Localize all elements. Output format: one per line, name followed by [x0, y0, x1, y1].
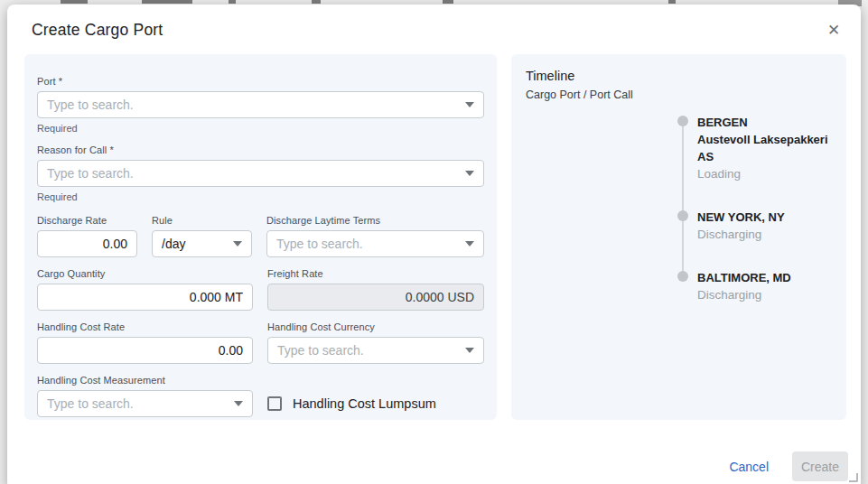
handling-cost-measurement-field-group: Handling Cost Measurement Type to search…	[37, 375, 253, 417]
handling-cost-lumpsum-group: Handling Cost Lumpsum	[267, 375, 484, 417]
background-page-fragment	[61, 0, 88, 4]
chevron-down-icon	[234, 401, 243, 406]
discharge-rate-label: Discharge Rate	[37, 215, 137, 226]
cancel-button[interactable]: Cancel	[718, 452, 779, 481]
rule-select[interactable]: /day	[152, 230, 252, 257]
timeline-port-name: BERGEN	[697, 114, 833, 131]
background-page-fragment	[229, 0, 236, 4]
resize-handle[interactable]	[849, 473, 858, 482]
handling-cost-currency-placeholder: Type to search.	[277, 343, 364, 358]
handling-cost-lumpsum-checkbox[interactable]	[267, 396, 282, 411]
discharge-laytime-terms-label: Discharge Laytime Terms	[266, 215, 484, 226]
port-label: Port *	[37, 76, 484, 87]
timeline-dot-icon	[677, 210, 688, 221]
timeline-activity: Discharging	[697, 226, 785, 243]
background-page-fragment	[668, 0, 676, 4]
rule-field-group: Rule /day	[152, 215, 252, 257]
reason-for-call-label: Reason for Call *	[37, 144, 484, 155]
handling-cost-measurement-select[interactable]: Type to search.	[37, 390, 253, 417]
freight-rate-field-group: Freight Rate	[267, 268, 484, 311]
create-button[interactable]: Create	[792, 451, 848, 481]
background-page-fragment	[312, 0, 321, 4]
dialog-header: Create Cargo Port	[32, 21, 163, 40]
freight-rate-input	[267, 284, 484, 311]
timeline-entry: BALTIMORE, MD Discharging	[677, 269, 833, 303]
discharge-laytime-terms-placeholder: Type to search.	[276, 237, 363, 251]
create-cargo-port-dialog: Create Cargo Port ✕ Port * Type to searc…	[7, 5, 861, 484]
port-placeholder: Type to search.	[47, 98, 134, 112]
reason-for-call-field-group: Reason for Call * Type to search. Requir…	[37, 144, 484, 202]
timeline-dot-icon	[677, 271, 688, 282]
port-field-group: Port * Type to search. Required	[37, 76, 484, 134]
dialog-title: Create Cargo Port	[32, 21, 163, 39]
timeline-activity: Loading	[697, 165, 833, 182]
cargo-port-form-panel: Port * Type to search. Required Reason f…	[24, 54, 497, 420]
handling-cost-currency-select[interactable]: Type to search.	[267, 337, 484, 364]
dialog-footer: Cancel Create	[718, 451, 848, 481]
cargo-quantity-input[interactable]	[37, 284, 253, 311]
discharge-rate-input[interactable]	[37, 230, 137, 257]
reason-for-call-select[interactable]: Type to search.	[37, 160, 484, 187]
close-icon[interactable]: ✕	[824, 20, 844, 40]
port-select[interactable]: Type to search.	[37, 91, 484, 118]
discharge-rate-field-group: Discharge Rate	[37, 215, 137, 257]
reason-for-call-placeholder: Type to search.	[47, 166, 134, 181]
chevron-down-icon	[465, 241, 474, 247]
reason-for-call-required-hint: Required	[37, 191, 484, 202]
handling-cost-measurement-label: Handling Cost Measurement	[37, 375, 253, 386]
port-required-hint: Required	[37, 123, 484, 134]
handling-cost-lumpsum-label: Handling Cost Lumpsum	[293, 396, 436, 411]
background-page-fragment	[142, 0, 192, 4]
handling-cost-currency-label: Handling Cost Currency	[267, 321, 484, 332]
cargo-quantity-label: Cargo Quantity	[37, 268, 253, 279]
timeline-activity: Discharging	[697, 286, 791, 303]
timeline-port-name: NEW YORK, NY	[697, 209, 785, 226]
chevron-down-icon	[465, 171, 474, 176]
chevron-down-icon	[233, 241, 242, 247]
freight-rate-label: Freight Rate	[267, 268, 484, 279]
handling-cost-currency-field-group: Handling Cost Currency Type to search.	[267, 321, 484, 364]
timeline-entries: BERGEN Austevoll Laksepakkeri AS Loading…	[677, 114, 833, 330]
timeline-entry: NEW YORK, NY Discharging	[677, 209, 833, 243]
handling-cost-rate-input[interactable]	[37, 337, 253, 364]
rule-label: Rule	[152, 215, 252, 226]
timeline-title: Timeline	[526, 69, 832, 83]
timeline-dot-icon	[677, 116, 688, 126]
discharge-laytime-terms-field-group: Discharge Laytime Terms Type to search.	[266, 215, 484, 257]
timeline-port-detail: Austevoll Laksepakkeri AS	[697, 131, 833, 165]
chevron-down-icon	[465, 348, 474, 353]
timeline-subtitle: Cargo Port / Port Call	[526, 88, 832, 101]
handling-cost-rate-label: Handling Cost Rate	[37, 321, 253, 332]
discharge-laytime-terms-select[interactable]: Type to search.	[266, 230, 484, 257]
timeline-port-name: BALTIMORE, MD	[697, 269, 791, 286]
background-page-fragment	[443, 0, 453, 4]
handling-cost-measurement-placeholder: Type to search.	[47, 396, 134, 411]
rule-selected-value: /day	[162, 237, 185, 251]
cargo-quantity-field-group: Cargo Quantity	[37, 268, 253, 311]
timeline-entry: BERGEN Austevoll Laksepakkeri AS Loading	[677, 114, 833, 182]
handling-cost-rate-field-group: Handling Cost Rate	[37, 321, 253, 364]
timeline-panel: Timeline Cargo Port / Port Call BERGEN A…	[511, 54, 846, 420]
chevron-down-icon	[465, 102, 474, 107]
